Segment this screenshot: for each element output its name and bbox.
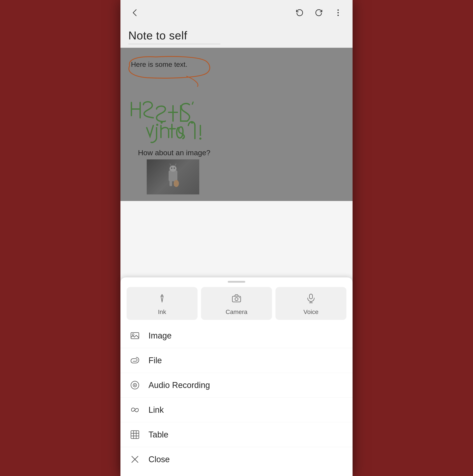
svg-rect-16 [232, 296, 241, 302]
menu-item-table[interactable]: Table [120, 422, 353, 447]
svg-point-1 [338, 12, 339, 13]
menu-item-file[interactable]: File [120, 348, 353, 373]
audio-icon [129, 379, 141, 391]
close-icon [129, 454, 141, 465]
svg-point-11 [171, 168, 172, 169]
ink-icon [157, 293, 167, 306]
image-icon [129, 330, 141, 341]
svg-point-8 [169, 166, 176, 172]
svg-point-12 [174, 168, 175, 169]
more-options-button[interactable] [332, 6, 345, 19]
phone-container: Note to self Here is some text. [120, 0, 353, 476]
svg-rect-19 [309, 294, 312, 299]
photo-inner [147, 159, 199, 194]
handwriting-svg [125, 89, 261, 142]
voice-button[interactable]: Voice [275, 287, 346, 320]
svg-point-17 [235, 298, 238, 301]
svg-point-3 [156, 124, 158, 126]
svg-point-0 [338, 9, 339, 11]
top-bar-left [128, 6, 141, 19]
link-icon [129, 404, 141, 416]
close-label: Close [149, 455, 170, 464]
voice-label: Voice [304, 308, 319, 316]
note-area[interactable]: Here is some text. How [120, 48, 353, 201]
svg-point-5 [191, 121, 193, 124]
note-title-underline [128, 44, 220, 44]
ink-label: Ink [158, 308, 166, 316]
image-label: Image [149, 331, 172, 340]
bottom-sheet: Ink Camera [120, 277, 353, 476]
android-figure-svg [160, 162, 186, 192]
svg-point-6 [199, 137, 202, 140]
back-button[interactable] [128, 6, 141, 19]
svg-point-2 [338, 15, 339, 16]
redo-button[interactable] [312, 6, 325, 19]
svg-point-4 [161, 121, 163, 124]
svg-rect-13 [169, 181, 172, 186]
camera-button[interactable]: Camera [201, 287, 272, 320]
table-label: Table [149, 430, 169, 440]
photo-thumbnail [147, 159, 199, 194]
top-bar-right [293, 6, 345, 19]
quick-actions-row: Ink Camera [120, 287, 353, 320]
menu-item-link[interactable]: Link [120, 398, 353, 422]
typed-text: Here is some text. [128, 59, 190, 70]
file-label: File [149, 356, 162, 365]
menu-item-audio[interactable]: Audio Recording [120, 373, 353, 398]
note-title-bar: Note to self [120, 24, 353, 48]
file-icon [129, 355, 141, 366]
svg-point-26 [134, 385, 135, 386]
svg-rect-28 [131, 431, 139, 439]
svg-point-23 [132, 334, 134, 335]
audio-label: Audio Recording [149, 381, 210, 390]
menu-item-close[interactable]: Close [120, 447, 353, 472]
camera-label: Camera [226, 308, 247, 316]
svg-rect-22 [131, 333, 139, 339]
svg-point-15 [174, 180, 179, 187]
sheet-handle [228, 281, 245, 283]
link-label: Link [149, 405, 164, 415]
note-title: Note to self [128, 29, 345, 42]
svg-point-18 [239, 297, 240, 298]
menu-item-image[interactable]: Image [120, 323, 353, 348]
voice-icon [306, 293, 316, 306]
typed-text-container: Here is some text. [128, 59, 190, 70]
svg-line-9 [170, 164, 171, 166]
table-icon [129, 429, 141, 440]
camera-icon [232, 293, 241, 306]
image-prompt-text: How about an image? [138, 149, 210, 157]
svg-rect-7 [169, 170, 177, 181]
top-bar [120, 0, 353, 24]
undo-button[interactable] [293, 6, 306, 19]
svg-line-10 [175, 164, 176, 166]
ink-button[interactable]: Ink [127, 287, 198, 320]
